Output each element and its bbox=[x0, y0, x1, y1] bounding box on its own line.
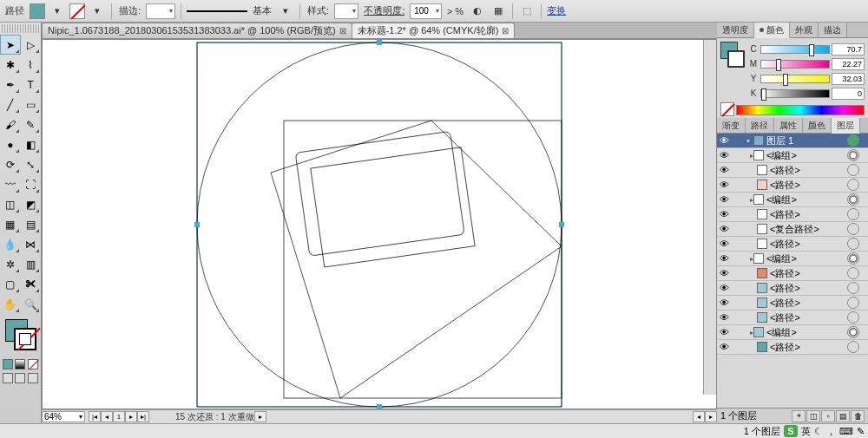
target-icon[interactable] bbox=[847, 311, 859, 324]
target-icon[interactable] bbox=[847, 238, 859, 250]
fill-dropdown[interactable]: ▾ bbox=[49, 3, 66, 20]
shape-builder-tool[interactable]: ◫ bbox=[0, 194, 21, 214]
graphic-style-combo[interactable] bbox=[334, 3, 358, 19]
visibility-toggle[interactable]: 👁 bbox=[717, 209, 731, 219]
expand-toggle[interactable]: ▸ bbox=[743, 329, 753, 337]
stroke-dropdown[interactable]: ▾ bbox=[89, 3, 106, 20]
line-tool[interactable]: ╱ bbox=[0, 95, 21, 114]
rectangle-tool[interactable]: ▭ bbox=[21, 95, 42, 114]
canvas[interactable] bbox=[42, 39, 717, 409]
target-icon[interactable] bbox=[847, 223, 859, 235]
expand-toggle[interactable]: ▸ bbox=[743, 196, 753, 204]
layer-row[interactable]: 👁▸<编组> bbox=[717, 252, 868, 266]
M-slider[interactable] bbox=[760, 60, 830, 69]
layer-row[interactable]: 👁<路径> bbox=[717, 266, 868, 281]
visibility-toggle[interactable]: 👁 bbox=[717, 253, 731, 264]
none-swatch[interactable] bbox=[720, 102, 734, 116]
layer-name[interactable]: <路径> bbox=[770, 208, 845, 221]
rotate-tool[interactable]: ⟳ bbox=[0, 154, 21, 174]
layer-name[interactable]: <路径> bbox=[770, 179, 845, 192]
artboard-number[interactable]: 1 bbox=[113, 411, 125, 422]
paintbrush-tool[interactable]: 🖌 bbox=[0, 114, 21, 134]
vertical-scrollbar[interactable] bbox=[703, 40, 716, 395]
opacity-combo[interactable]: 100 bbox=[410, 3, 442, 19]
target-icon[interactable] bbox=[847, 179, 859, 191]
stroke-preview[interactable] bbox=[187, 10, 247, 17]
visibility-toggle[interactable]: 👁 bbox=[717, 135, 731, 146]
K-value[interactable] bbox=[832, 88, 865, 100]
expand-toggle[interactable]: ▸ bbox=[743, 152, 753, 160]
layer-list[interactable]: 👁▾图层 1👁▸<编组>👁<路径>👁<路径>👁▸<编组>👁<路径>👁<复合路径>… bbox=[717, 134, 868, 408]
stroke-weight-combo[interactable] bbox=[146, 3, 175, 19]
panel-tab-渐变[interactable]: 渐变 bbox=[717, 118, 746, 133]
layer-name[interactable]: <路径> bbox=[770, 341, 845, 354]
none-mode-btn[interactable] bbox=[28, 359, 38, 369]
target-icon[interactable] bbox=[847, 193, 859, 206]
layer-row[interactable]: 👁▾图层 1 bbox=[717, 134, 868, 148]
direct-selection-tool[interactable]: ▷ bbox=[21, 35, 42, 55]
target-icon[interactable] bbox=[847, 208, 859, 220]
target-icon[interactable] bbox=[847, 282, 859, 294]
screen-mode-1[interactable] bbox=[3, 373, 13, 383]
sogou-ime-icon[interactable]: S bbox=[784, 425, 798, 437]
next-artboard-btn[interactable]: ▸ bbox=[125, 411, 137, 422]
gradient-tool[interactable]: ▤ bbox=[21, 214, 42, 234]
visibility-toggle[interactable]: 👁 bbox=[717, 224, 731, 234]
eraser-tool[interactable]: ◧ bbox=[21, 134, 42, 154]
visibility-toggle[interactable]: 👁 bbox=[717, 150, 731, 160]
zoom-combo[interactable]: 64% bbox=[42, 411, 85, 422]
layer-name[interactable]: <复合路径> bbox=[770, 223, 845, 236]
C-value[interactable] bbox=[832, 43, 865, 56]
layer-row[interactable]: 👁▸<编组> bbox=[717, 193, 868, 207]
layer-name[interactable]: <路径> bbox=[770, 164, 845, 177]
layer-name[interactable]: <路径> bbox=[770, 297, 845, 310]
visibility-toggle[interactable]: 👁 bbox=[717, 283, 731, 293]
close-icon[interactable]: ⊠ bbox=[502, 26, 509, 36]
panel-tab-颜色[interactable]: 颜色 bbox=[803, 118, 832, 133]
mesh-tool[interactable]: ▦ bbox=[0, 214, 21, 234]
prev-artboard-btn[interactable]: ◂ bbox=[101, 411, 113, 422]
perspective-tool[interactable]: ◩ bbox=[21, 194, 42, 214]
doc-tab-1[interactable]: 未标题-1.2* @ 64% (CMYK/轮廓)⊠ bbox=[352, 23, 516, 38]
layer-row[interactable]: 👁<路径> bbox=[717, 163, 868, 178]
screen-mode-3[interactable] bbox=[28, 373, 38, 383]
target-icon[interactable] bbox=[847, 134, 859, 147]
layer-row[interactable]: 👁<路径> bbox=[717, 296, 868, 311]
scroll-left-btn[interactable]: ◂ bbox=[693, 411, 705, 422]
ime-moon-icon[interactable]: ☾ bbox=[814, 426, 823, 437]
panel-grip[interactable] bbox=[2, 24, 39, 33]
hand-tool[interactable]: ✋ bbox=[0, 294, 21, 314]
pen-tool[interactable]: ✒ bbox=[0, 75, 21, 95]
visibility-toggle[interactable]: 👁 bbox=[717, 297, 731, 308]
panel-tab-路径[interactable]: 路径 bbox=[746, 118, 774, 133]
status-menu-btn[interactable]: ▸ bbox=[254, 411, 266, 422]
screen-mode-2[interactable] bbox=[15, 373, 25, 383]
pencil-tool[interactable]: ✎ bbox=[21, 114, 42, 134]
fill-swatch[interactable] bbox=[30, 3, 45, 19]
layer-name[interactable]: <编组> bbox=[766, 149, 845, 162]
shape-mode-icon[interactable]: ⬚ bbox=[518, 3, 536, 20]
visibility-toggle[interactable]: 👁 bbox=[717, 342, 731, 352]
layer-row[interactable]: 👁<路径> bbox=[717, 178, 868, 193]
M-value[interactable] bbox=[832, 58, 865, 70]
recolor-icon[interactable]: ◐ bbox=[469, 3, 486, 20]
scale-tool[interactable]: ⤡ bbox=[21, 154, 42, 174]
visibility-toggle[interactable]: 👁 bbox=[717, 327, 731, 337]
layer-row[interactable]: 👁<路径> bbox=[717, 311, 868, 325]
panel-tab-属性[interactable]: 属性 bbox=[774, 118, 803, 133]
Y-value[interactable] bbox=[832, 73, 865, 85]
scroll-right-btn[interactable]: ▸ bbox=[705, 411, 717, 422]
panel-tab-图层[interactable]: 图层 bbox=[832, 118, 860, 134]
stroke-indicator[interactable] bbox=[14, 328, 36, 350]
C-slider[interactable] bbox=[760, 45, 830, 54]
width-tool[interactable]: 〰 bbox=[0, 174, 21, 194]
layer-row[interactable]: 👁<路径> bbox=[717, 207, 868, 222]
zoom-tool[interactable]: 🔍 bbox=[21, 294, 42, 314]
ime-comma-icon[interactable]: ， bbox=[826, 425, 836, 438]
layer-name[interactable]: <路径> bbox=[770, 267, 845, 280]
fill-stroke-control[interactable] bbox=[3, 317, 37, 354]
column-graph-tool[interactable]: ▥ bbox=[21, 254, 42, 274]
expand-toggle[interactable]: ▾ bbox=[743, 137, 753, 145]
target-icon[interactable] bbox=[847, 252, 859, 265]
Y-slider[interactable] bbox=[760, 75, 830, 83]
